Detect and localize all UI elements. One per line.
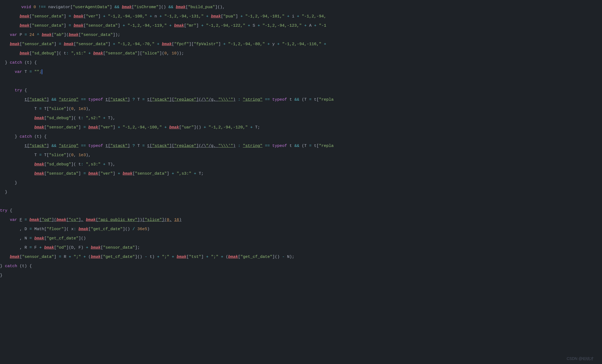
code-editor: void 0 !== navigator["userAgentData"] &&… — [0, 0, 602, 364]
watermark: CSDN @铝铳才 — [567, 356, 594, 361]
code-content: void 0 !== navigator["userAgentData"] &&… — [0, 3, 602, 280]
